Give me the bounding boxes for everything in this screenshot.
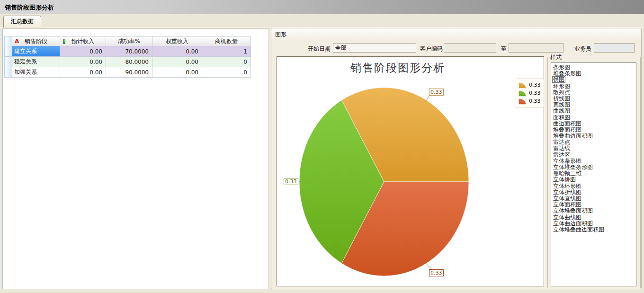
style-list-item[interactable]: 立体直线图 <box>552 195 582 201</box>
style-list-item[interactable]: 立体饼图 <box>552 176 577 182</box>
style-list: 条形图 堆叠条形图 饼图 环形图 散列点 折线图 直线图 曲线图 面积图 曲边面… <box>551 62 636 286</box>
window-title: 销售阶段图形分析 <box>5 3 54 12</box>
style-list-item[interactable]: 雷达区 <box>552 151 571 158</box>
cell-weighted-income[interactable]: 0.00 <box>152 67 202 78</box>
style-list-item[interactable]: 雷达线 <box>552 145 571 151</box>
pie-chart-svg <box>277 57 544 286</box>
pie-label-green: 0.33 <box>284 178 298 185</box>
cell-stage[interactable]: 建立关系 <box>12 46 60 57</box>
legend-swatch-green-icon <box>519 89 527 97</box>
style-list-item[interactable]: 立体堆叠面积图 <box>552 207 594 213</box>
style-list-item[interactable]: 面积图 <box>552 114 571 120</box>
cell-stage[interactable]: 加强关系 <box>12 67 60 78</box>
style-list-item[interactable]: 堆叠条形图 <box>552 70 582 76</box>
app-window: 销售阶段图形分析 汇总数据 A销售阶段 预计收入 成功率% 权重收入 商机数量 … <box>0 0 644 293</box>
row-selector[interactable] <box>5 57 12 67</box>
style-list-item[interactable]: 立体曲线图 <box>552 214 582 220</box>
style-list-item[interactable]: 条形图 <box>552 64 571 70</box>
style-list-item[interactable]: 立体曲边面积图 <box>552 220 594 226</box>
style-list-item[interactable]: 堆叠面积图 <box>552 126 582 133</box>
legend-entry: 0.33 <box>519 97 541 105</box>
style-list-item[interactable]: 雷达点 <box>552 139 571 145</box>
legend-entry: 0.33 <box>519 89 541 97</box>
cell-stage[interactable]: 稳定关系 <box>12 57 60 67</box>
sales-stage-table: A销售阶段 预计收入 成功率% 权重收入 商机数量 建立关系 0.00 70.0… <box>4 36 251 78</box>
style-list-item[interactable]: 立体堆叠曲边面积图 <box>552 226 605 232</box>
start-date-label: 开始日期 <box>307 45 331 53</box>
customer-code-to-input[interactable] <box>509 43 564 53</box>
col-header-stage[interactable]: A销售阶段 <box>12 36 60 46</box>
style-list-item[interactable]: 曲边面积图 <box>552 120 582 126</box>
col-header-weighted-income[interactable]: 权重收入 <box>152 36 202 46</box>
style-list-item[interactable]: 立体环形图 <box>552 183 582 189</box>
row-selector[interactable] <box>5 46 12 57</box>
style-list-item[interactable]: 散列点 <box>552 89 571 95</box>
legend-entry: 0.33 <box>519 81 541 89</box>
pie-chart-area: 销售阶段图形分析 0.33 0.33 0.33 0.33 0.33 0.33 <box>277 56 544 286</box>
cell-opportunity-count[interactable]: 0 <box>202 67 251 78</box>
tab-strip: 汇总数据 <box>0 14 644 27</box>
style-group-label: 样式 <box>549 53 563 62</box>
customer-code-label: 客户编码 <box>420 45 443 53</box>
style-list-item[interactable]: 立体折线图 <box>552 189 582 195</box>
cell-opportunity-count[interactable]: 0 <box>202 57 251 67</box>
style-list-item[interactable]: 立体面积图 <box>552 201 582 207</box>
style-list-item[interactable]: 立体条形图 <box>552 158 582 164</box>
cell-opportunity-count[interactable]: 1 <box>202 46 251 57</box>
style-list-item[interactable]: 饼图 <box>552 76 565 82</box>
summary-table-panel: A销售阶段 预计收入 成功率% 权重收入 商机数量 建立关系 0.00 70.0… <box>2 28 269 289</box>
pie-label-red: 0.33 <box>429 269 444 276</box>
legend-swatch-orange-icon <box>519 81 527 89</box>
salesperson-input[interactable] <box>594 43 635 53</box>
cell-success-rate[interactable]: 70.0000 <box>106 46 152 57</box>
tab-summary-data[interactable]: 汇总数据 <box>3 16 41 27</box>
style-list-item[interactable]: 曲线图 <box>552 107 571 114</box>
table-row[interactable]: 建立关系 0.00 70.0000 0.00 1 <box>5 46 251 57</box>
cell-success-rate[interactable]: 80.0000 <box>106 57 152 67</box>
cell-weighted-income[interactable]: 0.00 <box>152 46 202 57</box>
sort-a-icon: A <box>15 38 19 44</box>
salesperson-label: 业务员 <box>572 45 591 53</box>
table-header-row: A销售阶段 预计收入 成功率% 权重收入 商机数量 <box>5 36 251 46</box>
status-strip <box>0 290 644 293</box>
style-list-item[interactable]: 立体堆叠条形图 <box>552 164 594 170</box>
style-list-item[interactable]: 环形图 <box>552 83 571 89</box>
style-list-item[interactable]: 直线图 <box>552 101 571 107</box>
cell-expected-income[interactable]: 0.00 <box>60 67 106 78</box>
cell-expected-income[interactable]: 0.00 <box>60 46 106 57</box>
style-list-item[interactable]: 曼哈顿三维 <box>552 170 582 176</box>
cell-weighted-income[interactable]: 0.00 <box>152 57 202 67</box>
graph-panel: 图形 开始日期 客户编码 至 业务员 销售阶段图形分析 <box>271 28 642 289</box>
legend-swatch-red-icon <box>519 98 527 105</box>
col-header-success-rate[interactable]: 成功率% <box>106 36 152 46</box>
col-header-expected-income[interactable]: 预计收入 <box>60 36 106 46</box>
window-title-bar: 销售阶段图形分析 <box>0 0 644 14</box>
row-selector[interactable] <box>5 67 12 78</box>
table-row[interactable]: 稳定关系 0.00 80.0000 0.00 0 <box>5 57 251 67</box>
table-row[interactable]: 加强关系 0.00 90.0000 0.00 0 <box>5 67 251 78</box>
green-capsule-icon <box>63 39 65 44</box>
chart-legend: 0.33 0.33 0.33 <box>516 79 544 107</box>
row-selector-header <box>5 36 12 46</box>
style-list-item[interactable]: 折线图 <box>552 95 571 101</box>
cell-success-rate[interactable]: 90.0000 <box>106 67 152 78</box>
customer-code-input[interactable] <box>444 43 496 53</box>
pie-label-orange: 0.33 <box>429 89 444 96</box>
start-date-input[interactable] <box>333 43 416 53</box>
to-label: 至 <box>501 45 507 53</box>
col-header-opportunity-count[interactable]: 商机数量 <box>202 36 251 46</box>
graph-panel-label: 图形 <box>275 31 286 39</box>
callout-line-red <box>427 264 432 269</box>
style-list-item[interactable]: 堆叠曲边面积图 <box>552 133 594 139</box>
chart-title: 销售阶段图形分析 <box>277 61 519 75</box>
cell-expected-income[interactable]: 0.00 <box>60 57 106 67</box>
